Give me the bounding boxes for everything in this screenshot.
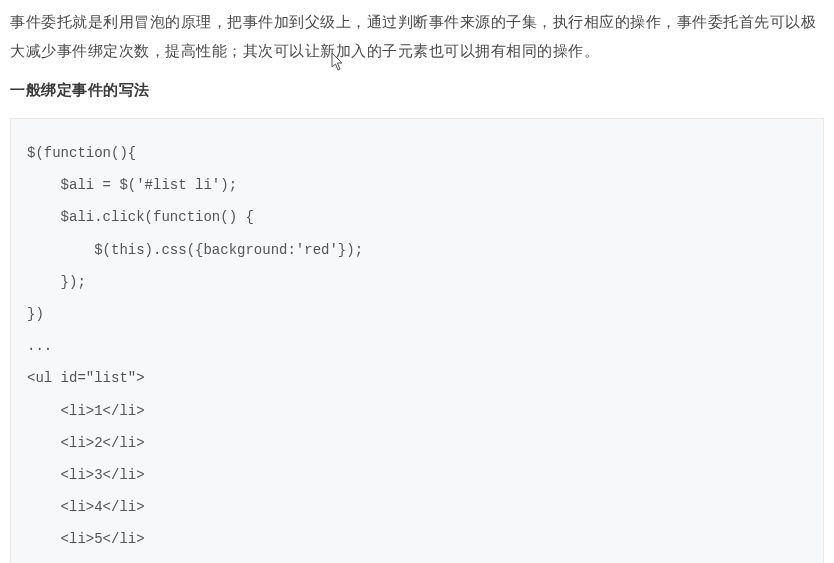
description-paragraph: 事件委托就是利用冒泡的原理，把事件加到父级上，通过判断事件来源的子集，执行相应的… <box>10 8 824 65</box>
code-block: $(function(){ $ali = $('#list li'); $ali… <box>10 118 824 563</box>
section-heading: 一般绑定事件的写法 <box>10 81 824 100</box>
